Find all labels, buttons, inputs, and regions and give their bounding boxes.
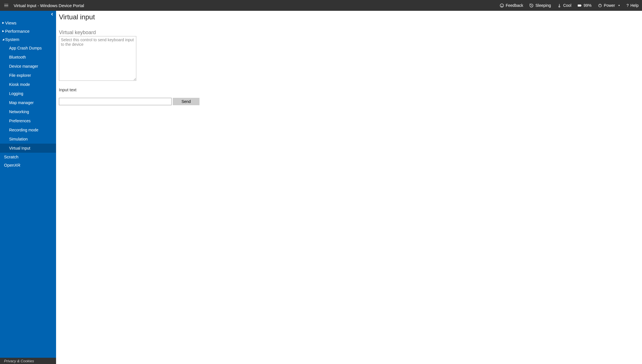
sidebar-item-label: Device manager (9, 64, 38, 69)
power-menu[interactable]: Power ▼ (598, 3, 620, 8)
sidebar-section-label: Performance (5, 29, 30, 34)
sidebar-item-label: OpenXR (4, 163, 20, 167)
power-label: Power (604, 3, 615, 8)
chevron-left-icon[interactable] (50, 13, 54, 16)
sidebar-item-scratch[interactable]: Scratch (0, 153, 56, 161)
sidebar-section-views[interactable]: ▶ Views (0, 19, 56, 27)
question-icon: ? (626, 3, 629, 8)
sidebar-item-openxr[interactable]: OpenXR (0, 161, 56, 169)
svg-rect-6 (581, 5, 581, 6)
sidebar-item-label: Networking (9, 109, 29, 114)
sidebar-item-label: Recording mode (9, 128, 38, 132)
svg-point-0 (500, 4, 503, 7)
sleep-status[interactable]: Sleeping (529, 3, 551, 8)
triangle-right-icon: ▶ (2, 30, 5, 32)
battery-status[interactable]: 99% (578, 3, 592, 8)
sidebar-collapse-row (0, 11, 56, 18)
page-title: Virtual input (59, 13, 639, 21)
thermometer-icon (557, 3, 561, 8)
input-text-label: Input text (59, 87, 639, 92)
sidebar-item-label: Simulation (9, 137, 28, 141)
sidebar-item-label: Preferences (9, 119, 30, 123)
battery-icon (578, 3, 582, 8)
sidebar-section-system[interactable]: ◢ System (0, 35, 56, 44)
sidebar-item-preferences[interactable]: Preferences (0, 116, 56, 125)
virtual-keyboard-label: Virtual keyboard (59, 30, 639, 36)
svg-rect-5 (578, 5, 581, 6)
app-title: Virtual Input - Windows Device Portal (14, 3, 84, 8)
sidebar-item-map-manager[interactable]: Map manager (0, 98, 56, 107)
sidebar-item-simulation[interactable]: Simulation (0, 135, 56, 144)
sidebar-item-label: Bluetooth (9, 55, 26, 59)
sidebar-item-label: Kiosk mode (9, 82, 30, 87)
help-button[interactable]: ? Help (626, 3, 639, 8)
sidebar-item-virtual-input[interactable]: Virtual Input (0, 144, 56, 153)
sidebar-item-label: App Crash Dumps (9, 46, 42, 50)
app-header: Virtual Input - Windows Device Portal Fe… (0, 0, 642, 11)
triangle-right-icon: ▶ (2, 22, 5, 24)
sidebar: ▶ Views ▶ Performance ◢ System App Crash… (0, 11, 56, 364)
chevron-down-icon: ▼ (618, 4, 620, 7)
temperature-status[interactable]: Cool (557, 3, 571, 8)
sidebar-item-app-crash-dumps[interactable]: App Crash Dumps (0, 44, 56, 53)
battery-label: 99% (584, 3, 592, 8)
help-label: Help (630, 3, 639, 8)
sidebar-item-bluetooth[interactable]: Bluetooth (0, 53, 56, 62)
sidebar-item-label: File explorer (9, 73, 31, 78)
power-icon (598, 3, 602, 8)
sidebar-item-logging[interactable]: Logging (0, 89, 56, 98)
sidebar-nav: ▶ Views ▶ Performance ◢ System App Crash… (0, 18, 56, 358)
app-body: ▶ Views ▶ Performance ◢ System App Crash… (0, 11, 642, 364)
triangle-up-icon: ◢ (2, 38, 5, 41)
privacy-cookies-link[interactable]: Privacy & Cookies (0, 358, 56, 364)
feedback-button[interactable]: Feedback (500, 3, 523, 8)
sidebar-item-label: Scratch (4, 154, 18, 159)
privacy-label: Privacy & Cookies (4, 359, 34, 363)
virtual-keyboard-textarea[interactable] (59, 36, 136, 81)
sidebar-item-label: Virtual Input (9, 146, 30, 150)
feedback-label: Feedback (506, 3, 523, 8)
svg-point-2 (502, 5, 503, 5)
sidebar-item-kiosk-mode[interactable]: Kiosk mode (0, 80, 56, 89)
send-button[interactable]: Send (173, 98, 199, 105)
svg-point-1 (501, 5, 501, 5)
main-content: Virtual input Virtual keyboard Input tex… (56, 11, 642, 364)
sleep-label: Sleeping (535, 3, 551, 8)
sidebar-section-performance[interactable]: ▶ Performance (0, 27, 56, 35)
input-text-field[interactable] (59, 98, 172, 105)
history-icon (529, 3, 534, 8)
sidebar-item-networking[interactable]: Networking (0, 107, 56, 116)
hamburger-icon[interactable] (3, 3, 9, 8)
sidebar-item-file-explorer[interactable]: File explorer (0, 71, 56, 80)
sidebar-item-label: Map manager (9, 100, 34, 105)
sidebar-section-label: System (5, 37, 19, 42)
sidebar-section-label: Views (5, 20, 17, 25)
svg-point-4 (559, 6, 560, 7)
sidebar-item-label: Logging (9, 91, 23, 96)
sidebar-item-device-manager[interactable]: Device manager (0, 62, 56, 71)
temperature-label: Cool (563, 3, 571, 8)
sidebar-item-recording-mode[interactable]: Recording mode (0, 125, 56, 135)
input-row: Send (59, 98, 639, 105)
smiley-icon (500, 3, 504, 8)
